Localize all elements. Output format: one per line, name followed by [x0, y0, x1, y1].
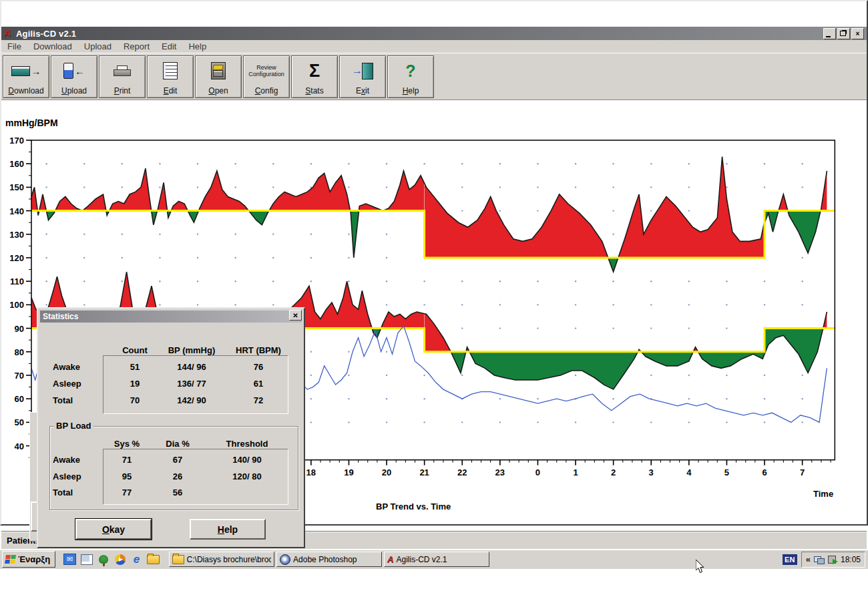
svg-text:60: 60	[15, 394, 24, 404]
language-indicator[interactable]: EN	[783, 554, 797, 565]
recorder-device-icon	[11, 66, 30, 76]
upload-toolbar-button[interactable]: ←Upload	[51, 55, 97, 98]
dialog-title-bar: Statistics	[40, 311, 302, 323]
download-toolbar-button[interactable]: →Download	[3, 55, 49, 98]
toolbar-button-label: Config	[255, 86, 278, 95]
table-document-icon	[163, 62, 178, 79]
okay-button[interactable]: Okay	[75, 519, 152, 540]
help-button[interactable]: Help	[190, 519, 266, 540]
internet-explorer-icon[interactable]: e	[130, 553, 143, 566]
summary-column-header: HRT (BPM)	[236, 345, 281, 355]
bp-load-row-label: Awake	[53, 455, 80, 465]
chart-y-axis-title: mmHg/BPM	[5, 118, 58, 128]
minimize-button[interactable]	[823, 28, 836, 39]
summary-row-label: Asleep	[53, 379, 81, 389]
taskbar-item-agilis-cd-v2-1[interactable]: AAgilis-CD v2.1	[384, 552, 489, 567]
svg-text:6: 6	[762, 467, 767, 477]
bp-load-value: 120/ 80	[232, 471, 261, 481]
summary-value: 70	[130, 395, 140, 405]
svg-text:40: 40	[15, 441, 24, 451]
config-toolbar-button[interactable]: Review ConfigurationConfig	[243, 55, 290, 98]
bp-load-value: 77	[122, 487, 132, 497]
show-desktop-icon[interactable]	[80, 553, 93, 566]
svg-text:2: 2	[611, 467, 616, 477]
taskbar-item-label: Adobe Photoshop	[293, 555, 357, 564]
toolbar: →Download←UploadPrintEditOpenReview Conf…	[1, 53, 867, 100]
svg-text:7: 7	[800, 467, 805, 477]
menu-item-download[interactable]: Download	[27, 41, 78, 51]
toolbar-button-label: Print	[114, 86, 131, 95]
svg-text:160: 160	[9, 159, 24, 169]
menu-item-help[interactable]: Help	[182, 41, 212, 51]
toolbar-button-label: Upload	[61, 86, 87, 95]
menu-item-file[interactable]: File	[1, 41, 27, 51]
system-tray: EN « 18:05	[783, 552, 865, 568]
menu-item-edit[interactable]: Edit	[156, 41, 182, 51]
exit-toolbar-button[interactable]: →Exit	[339, 55, 386, 98]
taskbar-item-adobe-photoshop[interactable]: Adobe Photoshop	[276, 552, 382, 567]
folders-icon[interactable]	[147, 553, 160, 566]
taskbar-item-c-diasys-brochure-broc-[interactable]: C:\Diasys brochure\broc...	[169, 552, 274, 567]
sigma-icon: Σ	[309, 62, 320, 79]
agilis-app-icon	[3, 29, 13, 38]
dialog-close-icon[interactable]: ✕	[289, 310, 302, 321]
svg-text:18: 18	[306, 467, 316, 477]
summary-value: 19	[130, 379, 140, 389]
open-toolbar-button[interactable]: Open	[195, 55, 242, 98]
y-axis: 405060708090100110120130140150160170	[9, 136, 31, 457]
media-player-icon[interactable]	[114, 553, 126, 566]
summary-column-header: Count	[122, 345, 148, 355]
folder-icon	[172, 555, 184, 564]
file-cabinet-icon	[211, 62, 226, 79]
menu-item-upload[interactable]: Upload	[78, 41, 118, 51]
toolbar-button-label: Exit	[356, 86, 369, 95]
tree-app-icon[interactable]	[97, 553, 110, 566]
svg-text:170: 170	[9, 136, 24, 146]
help-toolbar-button[interactable]: ?Help	[387, 55, 434, 98]
review-configuration-caption: Review Configuration	[248, 64, 284, 77]
svg-text:3: 3	[649, 467, 654, 477]
taskbar-item-label: Agilis-CD v2.1	[396, 555, 447, 564]
summary-value: 136/ 77	[177, 379, 206, 389]
network-icon[interactable]	[814, 555, 825, 564]
toolbar-button-label: Open	[208, 86, 228, 95]
svg-text:4: 4	[686, 467, 692, 477]
toolbar-button-label: Stats	[305, 86, 323, 95]
tray-clock: 18:05	[841, 555, 861, 564]
svg-text:140: 140	[9, 206, 24, 216]
bp-load-value: 26	[173, 471, 182, 481]
summary-value: 142/ 90	[177, 395, 206, 405]
tray-chevron-icon[interactable]: «	[806, 554, 811, 564]
toolbar-button-label: Download	[8, 86, 43, 95]
svg-text:120: 120	[9, 253, 24, 263]
summary-value: 72	[254, 395, 263, 405]
close-button[interactable]: ×	[851, 28, 864, 39]
menu-item-report[interactable]: Report	[118, 41, 156, 51]
restore-button[interactable]	[837, 28, 850, 39]
bp-load-column-header: Threshold	[226, 439, 268, 449]
print-toolbar-button[interactable]: Print	[99, 55, 146, 98]
screen: Agilis-CD v2.1 × FileDownloadUploadRepor…	[0, 0, 868, 603]
taskbar-buttons: C:\Diasys brochure\broc...Adobe Photosho…	[169, 552, 489, 567]
svg-text:22: 22	[457, 467, 467, 477]
bp-load-value: 56	[173, 487, 182, 497]
agilis-app-icon: A	[387, 554, 393, 564]
photoshop-icon	[280, 554, 290, 565]
toolbar-button-label: Help	[403, 86, 419, 95]
hardware-eject-icon[interactable]	[828, 555, 837, 564]
svg-text:0: 0	[535, 467, 540, 477]
bp-load-column-header: Dia %	[166, 439, 189, 449]
svg-text:5: 5	[724, 467, 729, 477]
svg-text:100: 100	[9, 300, 24, 310]
menu-bar: FileDownloadUploadReportEditHelp	[1, 40, 867, 53]
edit-toolbar-button[interactable]: Edit	[147, 55, 194, 98]
door-icon	[362, 63, 373, 79]
stats-toolbar-button[interactable]: ΣStats	[291, 55, 338, 98]
outlook-express-icon[interactable]: ✉	[63, 553, 76, 566]
statistics-dialog: Statistics ✕ CountBP (mmHg)HRT (BPM)Awak…	[37, 307, 305, 548]
svg-text:80: 80	[15, 347, 24, 357]
bp-load-value: 95	[122, 471, 132, 481]
start-button[interactable]: Έναρξη	[2, 551, 55, 568]
window-title: Agilis-CD v2.1	[16, 29, 76, 39]
quick-launch-bar: ✉e	[63, 553, 160, 566]
